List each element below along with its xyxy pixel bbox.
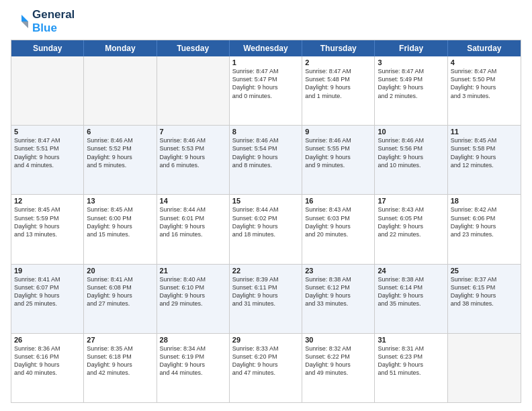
calendar-day-cell: 24Sunrise: 8:38 AM Sunset: 6:14 PM Dayli… bbox=[375, 265, 447, 333]
day-number: 21 bbox=[160, 267, 226, 275]
calendar-day-cell: 28Sunrise: 8:34 AM Sunset: 6:19 PM Dayli… bbox=[157, 334, 230, 402]
calendar-day-cell: 25Sunrise: 8:37 AM Sunset: 6:15 PM Dayli… bbox=[448, 265, 521, 333]
calendar-day-cell: 27Sunrise: 8:35 AM Sunset: 6:18 PM Dayli… bbox=[84, 334, 157, 402]
calendar-day-cell: 17Sunrise: 8:43 AM Sunset: 6:05 PM Dayli… bbox=[375, 195, 447, 263]
weekday-header: Tuesday bbox=[157, 40, 230, 56]
page: General Blue SundayMondayTuesdayWednesda… bbox=[0, 0, 532, 411]
day-number: 1 bbox=[232, 58, 299, 66]
calendar-day-cell: 5Sunrise: 8:47 AM Sunset: 5:51 PM Daylig… bbox=[11, 126, 84, 194]
calendar-row: 5Sunrise: 8:47 AM Sunset: 5:51 PM Daylig… bbox=[11, 126, 521, 195]
day-number: 26 bbox=[14, 336, 81, 344]
day-number: 6 bbox=[87, 128, 153, 136]
weekday-header: Friday bbox=[375, 40, 447, 56]
day-info: Sunrise: 8:41 AM Sunset: 6:07 PM Dayligh… bbox=[14, 275, 81, 308]
calendar-day-cell: 16Sunrise: 8:43 AM Sunset: 6:03 PM Dayli… bbox=[302, 195, 375, 263]
calendar-day-cell: 1Sunrise: 8:47 AM Sunset: 5:47 PM Daylig… bbox=[230, 56, 302, 125]
svg-marker-1 bbox=[21, 21, 28, 28]
weekday-header: Monday bbox=[84, 40, 157, 56]
day-number: 8 bbox=[232, 128, 299, 136]
calendar-day-cell: 3Sunrise: 8:47 AM Sunset: 5:49 PM Daylig… bbox=[375, 56, 447, 125]
calendar-day-cell: 7Sunrise: 8:46 AM Sunset: 5:53 PM Daylig… bbox=[157, 126, 230, 194]
weekday-header: Wednesday bbox=[230, 40, 302, 56]
day-info: Sunrise: 8:46 AM Sunset: 5:56 PM Dayligh… bbox=[378, 136, 444, 169]
calendar-day-cell: 31Sunrise: 8:31 AM Sunset: 6:23 PM Dayli… bbox=[375, 334, 447, 402]
day-number: 19 bbox=[14, 267, 81, 275]
calendar-empty-cell bbox=[11, 56, 84, 125]
day-info: Sunrise: 8:46 AM Sunset: 5:53 PM Dayligh… bbox=[160, 136, 226, 169]
day-number: 10 bbox=[378, 128, 444, 136]
calendar-row: 12Sunrise: 8:45 AM Sunset: 5:59 PM Dayli… bbox=[11, 195, 521, 264]
day-info: Sunrise: 8:35 AM Sunset: 6:18 PM Dayligh… bbox=[87, 345, 153, 377]
weekday-header: Saturday bbox=[448, 40, 521, 56]
day-info: Sunrise: 8:45 AM Sunset: 5:59 PM Dayligh… bbox=[14, 205, 81, 238]
day-info: Sunrise: 8:45 AM Sunset: 5:58 PM Dayligh… bbox=[451, 136, 518, 169]
calendar-day-cell: 4Sunrise: 8:47 AM Sunset: 5:50 PM Daylig… bbox=[448, 56, 521, 125]
day-info: Sunrise: 8:38 AM Sunset: 6:12 PM Dayligh… bbox=[305, 275, 371, 308]
day-info: Sunrise: 8:31 AM Sunset: 6:23 PM Dayligh… bbox=[378, 345, 444, 377]
calendar-day-cell: 13Sunrise: 8:45 AM Sunset: 6:00 PM Dayli… bbox=[84, 195, 157, 263]
day-info: Sunrise: 8:44 AM Sunset: 6:02 PM Dayligh… bbox=[232, 205, 299, 238]
calendar-empty-cell bbox=[157, 56, 230, 125]
day-number: 30 bbox=[305, 336, 371, 344]
day-info: Sunrise: 8:46 AM Sunset: 5:52 PM Dayligh… bbox=[87, 136, 153, 169]
weekday-header: Sunday bbox=[11, 40, 84, 56]
day-info: Sunrise: 8:47 AM Sunset: 5:49 PM Dayligh… bbox=[378, 67, 444, 100]
calendar-header: SundayMondayTuesdayWednesdayThursdayFrid… bbox=[11, 40, 521, 56]
header: General Blue bbox=[11, 8, 521, 34]
day-info: Sunrise: 8:36 AM Sunset: 6:16 PM Dayligh… bbox=[14, 345, 81, 377]
day-number: 20 bbox=[87, 267, 153, 275]
day-info: Sunrise: 8:47 AM Sunset: 5:47 PM Dayligh… bbox=[232, 67, 299, 100]
day-number: 13 bbox=[87, 197, 153, 205]
day-number: 31 bbox=[378, 336, 444, 344]
day-info: Sunrise: 8:44 AM Sunset: 6:01 PM Dayligh… bbox=[160, 205, 226, 238]
day-number: 15 bbox=[232, 197, 299, 205]
calendar-day-cell: 21Sunrise: 8:40 AM Sunset: 6:10 PM Dayli… bbox=[157, 265, 230, 333]
day-number: 25 bbox=[451, 267, 518, 275]
day-number: 29 bbox=[232, 336, 299, 344]
day-info: Sunrise: 8:38 AM Sunset: 6:14 PM Dayligh… bbox=[378, 275, 444, 308]
svg-marker-0 bbox=[21, 15, 28, 21]
day-info: Sunrise: 8:32 AM Sunset: 6:22 PM Dayligh… bbox=[305, 345, 371, 377]
calendar-day-cell: 19Sunrise: 8:41 AM Sunset: 6:07 PM Dayli… bbox=[11, 265, 84, 333]
day-info: Sunrise: 8:47 AM Sunset: 5:51 PM Dayligh… bbox=[14, 136, 81, 169]
day-number: 3 bbox=[378, 58, 444, 66]
day-number: 27 bbox=[87, 336, 153, 344]
day-number: 18 bbox=[451, 197, 518, 205]
calendar-day-cell: 10Sunrise: 8:46 AM Sunset: 5:56 PM Dayli… bbox=[375, 126, 447, 194]
calendar-day-cell: 8Sunrise: 8:46 AM Sunset: 5:54 PM Daylig… bbox=[230, 126, 302, 194]
day-number: 12 bbox=[14, 197, 81, 205]
day-number: 11 bbox=[451, 128, 518, 136]
day-info: Sunrise: 8:47 AM Sunset: 5:50 PM Dayligh… bbox=[451, 67, 518, 100]
day-info: Sunrise: 8:33 AM Sunset: 6:20 PM Dayligh… bbox=[232, 345, 299, 377]
calendar-day-cell: 30Sunrise: 8:32 AM Sunset: 6:22 PM Dayli… bbox=[302, 334, 375, 402]
day-number: 5 bbox=[14, 128, 81, 136]
logo: General Blue bbox=[11, 8, 75, 34]
calendar-day-cell: 6Sunrise: 8:46 AM Sunset: 5:52 PM Daylig… bbox=[84, 126, 157, 194]
calendar-row: 19Sunrise: 8:41 AM Sunset: 6:07 PM Dayli… bbox=[11, 265, 521, 334]
day-number: 24 bbox=[378, 267, 444, 275]
calendar-day-cell: 14Sunrise: 8:44 AM Sunset: 6:01 PM Dayli… bbox=[157, 195, 230, 263]
day-info: Sunrise: 8:46 AM Sunset: 5:55 PM Dayligh… bbox=[305, 136, 371, 169]
day-number: 4 bbox=[451, 58, 518, 66]
day-info: Sunrise: 8:43 AM Sunset: 6:05 PM Dayligh… bbox=[378, 205, 444, 238]
calendar-day-cell: 9Sunrise: 8:46 AM Sunset: 5:55 PM Daylig… bbox=[302, 126, 375, 194]
calendar-row: 1Sunrise: 8:47 AM Sunset: 5:47 PM Daylig… bbox=[11, 56, 521, 126]
day-info: Sunrise: 8:34 AM Sunset: 6:19 PM Dayligh… bbox=[160, 345, 226, 377]
day-info: Sunrise: 8:40 AM Sunset: 6:10 PM Dayligh… bbox=[160, 275, 226, 308]
day-info: Sunrise: 8:43 AM Sunset: 6:03 PM Dayligh… bbox=[305, 205, 371, 238]
calendar-day-cell: 20Sunrise: 8:41 AM Sunset: 6:08 PM Dayli… bbox=[84, 265, 157, 333]
day-number: 2 bbox=[305, 58, 371, 66]
logo-text: General Blue bbox=[32, 8, 75, 34]
calendar-day-cell: 29Sunrise: 8:33 AM Sunset: 6:20 PM Dayli… bbox=[230, 334, 302, 402]
calendar-row: 26Sunrise: 8:36 AM Sunset: 6:16 PM Dayli… bbox=[11, 334, 521, 402]
day-info: Sunrise: 8:39 AM Sunset: 6:11 PM Dayligh… bbox=[232, 275, 299, 308]
weekday-header: Thursday bbox=[302, 40, 375, 56]
calendar: SundayMondayTuesdayWednesdayThursdayFrid… bbox=[11, 40, 521, 403]
calendar-day-cell: 12Sunrise: 8:45 AM Sunset: 5:59 PM Dayli… bbox=[11, 195, 84, 263]
day-number: 14 bbox=[160, 197, 226, 205]
calendar-day-cell: 15Sunrise: 8:44 AM Sunset: 6:02 PM Dayli… bbox=[230, 195, 302, 263]
day-info: Sunrise: 8:45 AM Sunset: 6:00 PM Dayligh… bbox=[87, 205, 153, 238]
day-number: 9 bbox=[305, 128, 371, 136]
day-info: Sunrise: 8:47 AM Sunset: 5:48 PM Dayligh… bbox=[305, 67, 371, 100]
day-number: 23 bbox=[305, 267, 371, 275]
